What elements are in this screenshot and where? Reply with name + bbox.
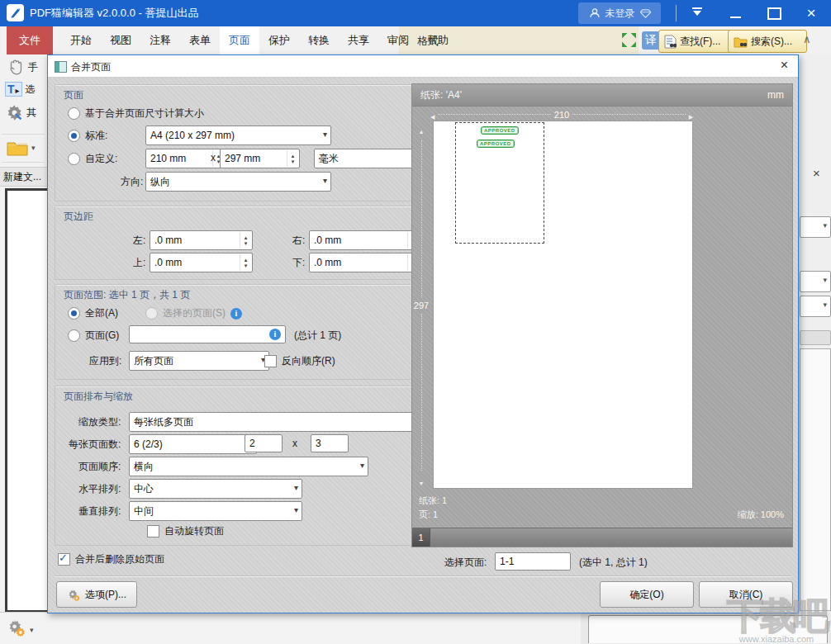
options-button[interactable]: 选项(P)... xyxy=(56,581,137,608)
select-tool[interactable]: T 选 xyxy=(5,82,36,97)
tab-home[interactable]: 开始 xyxy=(61,26,101,54)
tab-page[interactable]: 页面 xyxy=(220,26,259,54)
all-pages-radio[interactable] xyxy=(68,307,80,320)
panel-close-icon[interactable]: × xyxy=(813,166,820,180)
login-label: 未登录 xyxy=(605,7,635,21)
tab-comment[interactable]: 注释 xyxy=(140,26,180,54)
titlebar-separator xyxy=(676,5,677,21)
ruler-down-arrow-icon xyxy=(419,474,425,489)
custom-size-radio[interactable] xyxy=(68,153,80,165)
auto-size-option[interactable]: 基于合并页面尺寸计算大小 xyxy=(68,107,204,121)
vip-diamond-icon xyxy=(640,9,651,18)
auto-size-radio[interactable] xyxy=(68,107,80,120)
vertical-align-select[interactable]: 中间 xyxy=(129,501,302,521)
apply-to-label: 应用到: xyxy=(89,354,121,368)
orientation-label: 方向: xyxy=(121,175,143,189)
info-icon[interactable] xyxy=(269,329,281,340)
unit-label: mm xyxy=(767,89,784,101)
panel-dropdown[interactable] xyxy=(800,216,831,238)
gears-dropdown-caret[interactable]: ▾ xyxy=(30,626,34,634)
cancel-button[interactable]: 取消(C) xyxy=(699,581,793,608)
app-title: PDF猫编辑器 v2.0.0.0 - 菩提山出品 xyxy=(30,6,198,21)
margin-right-spinner[interactable]: .0 mm xyxy=(309,230,420,250)
all-pages-option[interactable]: 全部(A) xyxy=(68,306,118,320)
sheet-tab[interactable]: 1 xyxy=(412,528,430,547)
preview-page: APPROVED APPROVED xyxy=(433,121,693,489)
delete-original-option[interactable]: 合并后删除原始页面 xyxy=(58,552,164,566)
dialog-close-button[interactable]: × xyxy=(781,58,788,73)
select-pages-input[interactable] xyxy=(495,552,571,571)
tab-protect[interactable]: 保护 xyxy=(259,26,299,54)
delete-original-checkbox[interactable] xyxy=(58,553,70,566)
dialog-title: 合并页面 xyxy=(71,60,111,74)
minimize-button[interactable] xyxy=(730,17,741,18)
spinner-buttons[interactable] xyxy=(287,150,298,167)
login-button[interactable]: 未登录 xyxy=(578,2,661,24)
margin-left-spinner[interactable]: .0 mm xyxy=(150,230,253,250)
rows-input[interactable] xyxy=(311,434,349,452)
open-folder-tool[interactable]: ▾ xyxy=(7,140,36,156)
standard-size-option[interactable]: 标准: xyxy=(68,129,107,143)
spinner-buttons[interactable] xyxy=(240,232,251,249)
margin-bottom-spinner[interactable]: .0 mm xyxy=(309,253,420,272)
panel-button-edge[interactable] xyxy=(800,330,831,345)
tab-form[interactable]: 表单 xyxy=(180,26,220,54)
margin-left-label: 左: xyxy=(133,234,145,248)
gear-wrench-icon xyxy=(6,104,23,121)
apply-to-select[interactable]: 所有页面 xyxy=(129,351,269,371)
search-button[interactable]: 搜索(S)... xyxy=(728,30,807,53)
standard-size-radio[interactable] xyxy=(68,130,80,142)
pages-radio[interactable] xyxy=(68,329,80,342)
scale-type-select[interactable]: 每张纸多页面 xyxy=(129,412,422,432)
right-panel-edge: × xyxy=(797,54,831,612)
document-tab[interactable]: 新建文... xyxy=(0,167,50,187)
custom-size-option[interactable]: 自定义: xyxy=(68,152,117,166)
ok-button[interactable]: 确定(O) xyxy=(600,581,694,608)
orientation-select[interactable]: 纵向 xyxy=(145,172,331,192)
info-icon[interactable] xyxy=(230,308,242,320)
pages-per-sheet-select[interactable]: 6 (2/3) xyxy=(129,434,257,454)
tab-format[interactable]: 格式 xyxy=(417,34,439,49)
dialog-title-bar[interactable]: 合并页面 × xyxy=(48,55,798,78)
reverse-order-option[interactable]: 反向顺序(R) xyxy=(264,354,335,368)
sheet-selector-bar[interactable]: 1 xyxy=(412,528,792,547)
reverse-order-checkbox[interactable] xyxy=(264,355,277,367)
custom-height-spinner[interactable]: 297 mm xyxy=(220,149,300,168)
fit-window-icon[interactable] xyxy=(621,32,637,51)
approved-stamp: APPROVED xyxy=(477,140,515,148)
translate-icon[interactable]: 译 xyxy=(642,31,660,50)
maximize-button[interactable] xyxy=(767,7,781,20)
hand-icon xyxy=(7,58,25,76)
gears-settings-icon[interactable] xyxy=(7,618,26,640)
ruler-right-arrow-icon xyxy=(689,107,693,122)
left-toolbar: 手 T 选 其 ▾ 新建文... xyxy=(0,54,47,612)
horizontal-align-select[interactable]: 中心 xyxy=(129,479,302,499)
margin-top-spinner[interactable]: .0 mm xyxy=(150,253,253,272)
unit-select[interactable]: 毫米 xyxy=(314,149,422,168)
find-button[interactable]: 查找(F)... xyxy=(658,30,736,53)
tab-review[interactable]: 审阅 xyxy=(378,26,418,54)
tab-view[interactable]: 视图 xyxy=(101,26,140,54)
tab-file[interactable]: 文件 xyxy=(7,26,53,54)
collapse-toolbar-icon[interactable] xyxy=(691,7,704,19)
pages-option[interactable]: 页面(G) xyxy=(68,329,119,343)
auto-rotate-option[interactable]: 自动旋转页面 xyxy=(147,524,224,538)
auto-rotate-checkbox[interactable] xyxy=(147,525,159,537)
other-tools[interactable]: 其 xyxy=(6,104,36,121)
folder-dropdown-caret[interactable]: ▾ xyxy=(31,144,36,152)
tab-convert[interactable]: 转换 xyxy=(299,26,339,54)
panel-dropdown[interactable] xyxy=(800,271,831,292)
columns-input[interactable] xyxy=(245,434,283,452)
spinner-buttons[interactable] xyxy=(240,254,251,271)
collapse-ribbon-icon[interactable]: ∧ xyxy=(803,33,811,45)
horizontal-ruler: 210 xyxy=(430,109,693,120)
panel-dropdown[interactable] xyxy=(800,296,831,317)
pages-range-input[interactable] xyxy=(129,325,286,343)
folder-icon xyxy=(7,140,28,156)
ruler-left-arrow-icon xyxy=(430,107,434,122)
standard-size-select[interactable]: A4 (210 x 297 mm) xyxy=(145,125,331,145)
tab-share[interactable]: 共享 xyxy=(339,26,378,54)
page-order-select[interactable]: 横向 xyxy=(129,457,368,476)
window-close-button[interactable]: × xyxy=(802,3,820,23)
hand-tool[interactable]: 手 xyxy=(7,58,38,76)
